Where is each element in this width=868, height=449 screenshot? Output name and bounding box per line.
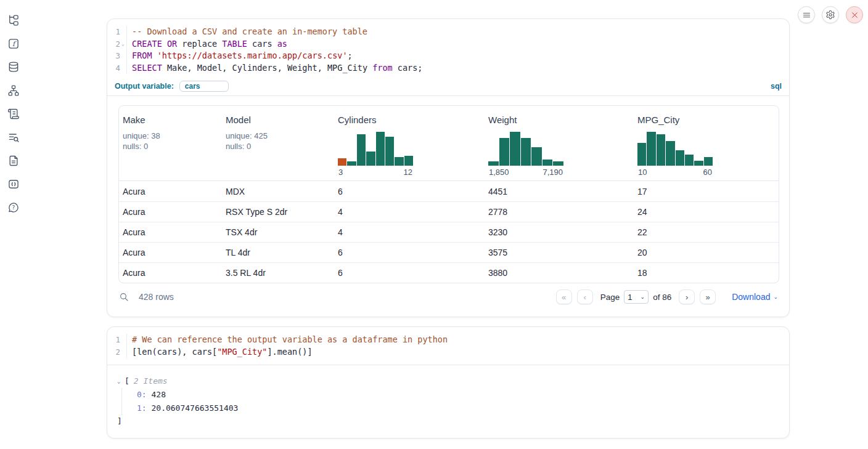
histogram-bar <box>647 132 655 166</box>
sql-cell: 1-- Download a CSV and create an in-memo… <box>107 18 790 317</box>
column-header-weight[interactable]: Weight 1,850 7,190 <box>485 106 634 180</box>
last-page-button[interactable]: » <box>700 289 716 304</box>
dependency-graph-icon[interactable] <box>6 84 21 97</box>
tree-entry: 0: 428 <box>137 388 789 402</box>
column-header-cylinders[interactable]: Cylinders 3 12 <box>334 106 485 180</box>
menu-button[interactable] <box>798 6 815 23</box>
column-header-make[interactable]: Make unique: 38 nulls: 0 <box>119 106 222 180</box>
code-line[interactable]: 3FROM 'https://datasets.marimo.app/cars.… <box>107 50 789 62</box>
table-footer: 428 rows « ‹ Page 1 ⌄ of 86 › » Download… <box>107 285 789 309</box>
line-number: 1 <box>115 26 120 38</box>
histogram-bar <box>338 158 346 166</box>
histogram-bar <box>404 156 413 166</box>
code-text: # We can reference the output variable a… <box>127 334 448 346</box>
histogram-bar <box>637 143 646 166</box>
code-text: FROM 'https://datasets.marimo.app/cars.c… <box>127 50 353 62</box>
logs-search-icon[interactable] <box>6 131 21 144</box>
histogram-bar <box>521 138 531 166</box>
chevron-down-icon: ⌄ <box>641 294 645 300</box>
code-line[interactable]: 2⌄CREATE OR replace TABLE cars as <box>107 38 789 51</box>
table-row[interactable]: Acura RSX Type S 2dr 4 2778 24 <box>119 201 779 222</box>
line-gutter: 2⌄ <box>107 38 127 51</box>
table-row[interactable]: Acura MDX 6 4451 17 <box>119 181 779 201</box>
close-button[interactable] <box>846 6 863 23</box>
page-label: Page <box>600 293 620 302</box>
histogram-min-label: 10 <box>638 168 647 177</box>
file-tree-icon[interactable] <box>6 14 21 27</box>
code-line[interactable]: 1# We can reference the output variable … <box>107 334 789 346</box>
sidebar: f ? <box>0 0 27 449</box>
code-text: SELECT Make, Model, Cylinders, Weight, M… <box>127 62 422 75</box>
gear-icon <box>825 10 835 20</box>
search-button[interactable] <box>118 291 129 302</box>
bracket-close: ] <box>117 415 789 427</box>
code-text: [len(cars), cars["MPG_City"].mean()] <box>127 346 313 358</box>
histogram-bar <box>510 132 520 166</box>
column-header-mpg-city[interactable]: MPG_City 10 60 <box>634 106 779 180</box>
cylinders-histogram: 3 12 <box>338 132 413 177</box>
documentation-icon[interactable] <box>6 154 21 168</box>
column-header-model[interactable]: Model unique: 425 nulls: 0 <box>222 106 334 180</box>
tree-entries: 0: 428 1: 20.060747663551403 <box>121 388 789 415</box>
total-pages-label: of 86 <box>653 293 671 302</box>
line-number: 3 <box>115 50 120 62</box>
python-cell: 1# We can reference the output variable … <box>107 326 790 439</box>
table-row[interactable]: Acura 3.5 RL 4dr 6 3880 18 <box>119 262 779 283</box>
histogram-bar <box>488 161 499 166</box>
prev-page-button[interactable]: ‹ <box>577 289 593 304</box>
histogram-bar <box>657 134 665 166</box>
tree-entry: 1: 20.060747663551403 <box>137 402 789 415</box>
mpg-city-histogram: 10 60 <box>637 132 713 177</box>
python-output: ⌄ [ 2 Items 0: 428 1: 20.060747663551403… <box>107 365 789 427</box>
code-line[interactable]: 2[len(cars), cars["MPG_City"].mean()] <box>107 346 789 358</box>
code-line[interactable]: 4SELECT Make, Model, Cylinders, Weight, … <box>107 62 789 75</box>
line-number: 2 <box>115 346 120 358</box>
datasources-icon[interactable] <box>6 60 21 74</box>
menu-icon <box>802 10 811 20</box>
window-controls <box>798 6 863 23</box>
histogram-bar <box>676 150 684 166</box>
histogram-bar <box>542 160 553 166</box>
search-icon <box>119 292 129 302</box>
line-gutter: 1 <box>107 26 127 38</box>
weight-histogram: 1,850 7,190 <box>488 132 563 177</box>
fold-chevron-icon[interactable]: ⌄ <box>120 38 126 51</box>
line-gutter: 1 <box>107 334 127 346</box>
column-stat: unique: 38 <box>123 131 217 141</box>
collapse-chevron-icon[interactable]: ⌄ <box>117 374 125 388</box>
snippets-icon[interactable] <box>6 177 21 191</box>
histogram-min-label: 1,850 <box>489 168 509 177</box>
download-button[interactable]: Download ⌄ <box>732 292 778 302</box>
first-page-button[interactable]: « <box>556 289 572 304</box>
histogram-bar <box>499 138 510 166</box>
histogram-bar <box>704 157 713 166</box>
next-page-button[interactable]: › <box>679 289 695 304</box>
code-text: -- Download a CSV and create an in-memor… <box>127 26 367 38</box>
python-code-editor[interactable]: 1# We can reference the output variable … <box>107 327 789 365</box>
histogram-bar <box>347 161 356 166</box>
histogram-bar <box>685 155 694 166</box>
table-row[interactable]: Acura TL 4dr 6 3575 20 <box>119 242 779 262</box>
help-icon[interactable]: ? <box>6 201 21 214</box>
histogram-bar <box>531 147 542 166</box>
column-stat: nulls: 0 <box>226 141 329 152</box>
histogram-bar <box>385 137 394 166</box>
line-number: 1 <box>115 334 120 346</box>
scratchpad-icon[interactable] <box>6 107 21 121</box>
page-select[interactable]: 1 ⌄ <box>624 290 649 304</box>
variables-icon[interactable]: f <box>6 37 21 51</box>
settings-button[interactable] <box>822 6 839 23</box>
items-count-label: 2 Items <box>134 374 168 388</box>
chevron-down-icon: ⌄ <box>773 294 778 300</box>
output-variable-row: Output variable: sql <box>107 79 789 96</box>
table-row[interactable]: Acura TSX 4dr 4 3230 22 <box>119 222 779 242</box>
output-variable-input[interactable] <box>179 81 229 92</box>
histogram-bar <box>553 161 563 166</box>
histogram-bar <box>366 152 375 166</box>
sql-code-editor[interactable]: 1-- Download a CSV and create an in-memo… <box>107 19 789 79</box>
code-line[interactable]: 1-- Download a CSV and create an in-memo… <box>107 26 789 38</box>
line-gutter: 3 <box>107 50 127 62</box>
column-stat: nulls: 0 <box>123 141 217 152</box>
svg-text:?: ? <box>12 204 15 211</box>
bracket-open: [ <box>125 374 129 388</box>
